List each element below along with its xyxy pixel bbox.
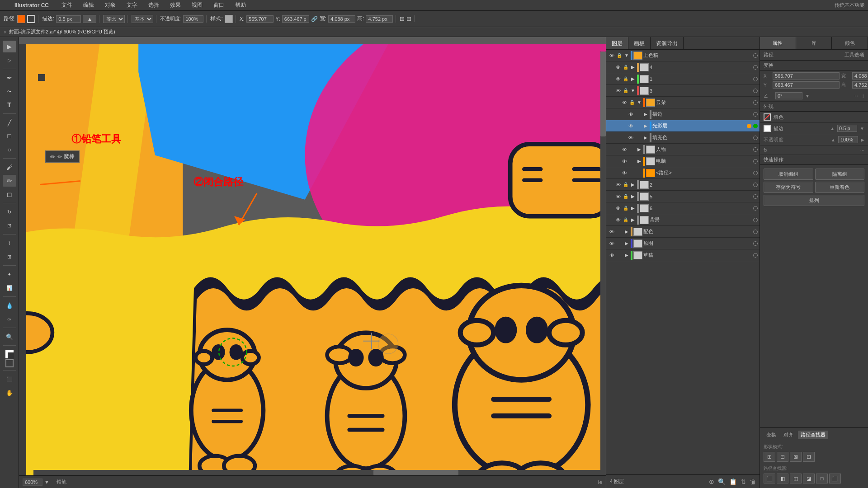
stroke-up-btn-right[interactable]: ▲ [830, 126, 835, 131]
expand-icon-peise[interactable]: ▶ [623, 229, 630, 235]
flip-v-icon[interactable]: ↕ [862, 93, 864, 99]
lock-icon-guangying[interactable] [635, 123, 642, 129]
vertical-scrollbar[interactable] [600, 52, 606, 475]
flip-h-icon[interactable]: ↔ [854, 93, 859, 99]
menu-effects[interactable]: 效果 [168, 0, 183, 10]
eye-icon-2[interactable]: 👁 [614, 181, 622, 188]
eye-icon-3[interactable]: 👁 [614, 87, 622, 94]
expand-icon-yuantu[interactable]: ▶ [623, 240, 630, 247]
direct-select-tool-icon[interactable]: ▷ [3, 54, 16, 66]
layer-row-peise[interactable]: 👁 ▶ 配色 [606, 226, 760, 238]
exclude-btn[interactable]: ⊡ [803, 452, 815, 462]
minus-front-btn[interactable]: ⊟ [777, 452, 788, 462]
ellipse-tool-icon[interactable]: ○ [3, 144, 16, 155]
canvas-area[interactable]: 500 510 520 530 540 550 560 570 580 590 … [19, 37, 606, 488]
symbol-sprayer-icon[interactable]: ✦ [3, 268, 16, 280]
toggle-icon[interactable]: ⇅ [741, 478, 746, 485]
save-symbol-btn[interactable]: 存储为符号 [764, 182, 813, 193]
layer-dot-4[interactable] [753, 65, 758, 70]
eye-icon-diannao[interactable]: 👁 [621, 158, 628, 165]
align-h-icon[interactable]: ⊞ [400, 15, 405, 22]
zoom-tool-icon[interactable]: 🔍 [3, 331, 16, 343]
menu-text[interactable]: 文字 [125, 0, 139, 10]
layer-row-diannao[interactable]: 👁 ▶ 电脑 [606, 155, 760, 167]
fx-label[interactable]: fx [764, 147, 768, 153]
layer-dot-shangse[interactable] [753, 53, 758, 58]
lock-icon-5[interactable]: 🔒 [623, 193, 629, 200]
pencil-tool-icon active[interactable]: ✏ [3, 175, 16, 187]
lock-icon-6[interactable]: 🔒 [623, 205, 629, 211]
menu-select[interactable]: 选择 [146, 0, 161, 10]
layer-dot-6[interactable] [753, 206, 758, 211]
zoom-input[interactable] [23, 479, 42, 486]
layer-row-2[interactable]: 👁 🔒 ▶ 2 [606, 179, 760, 191]
divide-btn[interactable]: ⬛ [764, 474, 775, 483]
search-layers-icon[interactable]: 🔍 [718, 478, 726, 485]
expand-icon-miaobiān[interactable]: ▶ [642, 111, 649, 117]
tab-filename[interactable]: 封面-演示源文件2.ai* @ 600% (RGB/GPU 预览) [9, 28, 115, 35]
layer-dot-yuantu[interactable] [753, 241, 758, 246]
style-select[interactable]: 基本 [132, 15, 153, 23]
layer-dot-guangying[interactable] [747, 124, 751, 128]
cancel-group-btn[interactable]: 取消编组 [764, 169, 813, 180]
y-transform-input[interactable] [773, 81, 840, 89]
outline-btn[interactable]: □ [816, 474, 828, 483]
w-transform-input[interactable] [852, 72, 868, 80]
layer-row-4[interactable]: 👁 🔒 ▶ 4 [606, 61, 760, 73]
layer-row-tianchongse[interactable]: 👁 ▶ 填充色 [606, 132, 760, 144]
layer-row-miaobiān[interactable]: 👁 ▶ 描边 [606, 108, 760, 120]
rect-tool-icon[interactable]: □ [3, 130, 16, 142]
lock-icon-tianchongse[interactable] [635, 135, 642, 141]
expand-icon-5[interactable]: ▶ [630, 193, 636, 200]
line-tool-icon[interactable]: ╱ [3, 117, 16, 128]
menu-object[interactable]: 对象 [103, 0, 118, 10]
column-graph-icon[interactable]: 📊 [3, 282, 16, 294]
menu-window[interactable]: 窗口 [212, 0, 226, 10]
layer-row-5[interactable]: 👁 🔒 ▶ 5 [606, 191, 760, 202]
opacity-expand-btn[interactable]: ▶ [861, 137, 864, 142]
expand-icon-2[interactable]: ▶ [630, 182, 636, 188]
stroke-color-swatch[interactable] [17, 15, 25, 23]
expand-icon-guangying[interactable]: ▶ [642, 123, 649, 129]
lock-icon-1[interactable]: 🔒 [623, 76, 629, 82]
layer-row-renwu[interactable]: 👁 ▶ 人物 [606, 144, 760, 155]
layer-dot-1[interactable] [753, 77, 758, 81]
eye-icon-caogao[interactable]: 👁 [608, 252, 615, 259]
tab-artboards[interactable]: 画板 [628, 37, 651, 49]
free-transform-icon[interactable]: ⊞ [3, 251, 16, 263]
vertical-scrollbar-thumb[interactable] [600, 52, 606, 136]
stroke-width-input[interactable] [56, 15, 81, 23]
menu-help[interactable]: 帮助 [233, 0, 248, 10]
expand-icon-6[interactable]: ▶ [630, 205, 636, 211]
stroke-up-btn[interactable]: ▲ [83, 15, 96, 23]
eye-icon-yunduo[interactable]: 👁 [621, 99, 628, 106]
minus-back-btn[interactable]: ⬛ [829, 474, 841, 483]
opacity-up-btn[interactable]: ▲ [831, 137, 835, 142]
horizontal-scrollbar[interactable] [33, 470, 600, 475]
expand-icon-renwu[interactable]: ▶ [636, 146, 642, 153]
angle-dropdown-icon[interactable]: ▼ [805, 94, 810, 99]
lock-icon-shangse[interactable]: 🔒 [616, 52, 623, 59]
select-tool-icon[interactable]: ▶ [3, 41, 16, 52]
crop-btn[interactable]: ◪ [803, 474, 815, 483]
expand-icon-1[interactable]: ▶ [630, 76, 636, 82]
stroke-down-btn-right[interactable]: ▼ [860, 126, 864, 131]
curvature-tool-icon[interactable]: 〜 [3, 85, 16, 97]
stroke-swatch[interactable] [764, 125, 771, 132]
expand-icon-beijing[interactable]: ▶ [630, 217, 636, 223]
lock-icon-peise[interactable] [616, 229, 623, 235]
eye-icon-5[interactable]: 👁 [614, 193, 622, 200]
layer-dot-peise[interactable] [753, 230, 758, 234]
tab-color[interactable]: 颜色 [832, 37, 868, 49]
unite-btn[interactable]: ⊞ [764, 452, 775, 462]
layer-dot-caogao[interactable] [753, 253, 758, 258]
clipboard-icon[interactable]: 📋 [729, 478, 737, 485]
eye-icon-lujing[interactable]: 👁 [621, 169, 628, 177]
isolate-group-btn[interactable]: 隔离组 [815, 169, 865, 180]
expand-icon-diannao[interactable]: ▶ [636, 158, 642, 164]
pen-tool-icon[interactable]: ✒ [3, 72, 16, 84]
fill-color-swatch[interactable] [27, 15, 35, 23]
style-box[interactable] [225, 15, 233, 23]
horizontal-scrollbar-thumb[interactable] [373, 470, 458, 475]
lock-icon-lujing[interactable] [629, 170, 635, 176]
